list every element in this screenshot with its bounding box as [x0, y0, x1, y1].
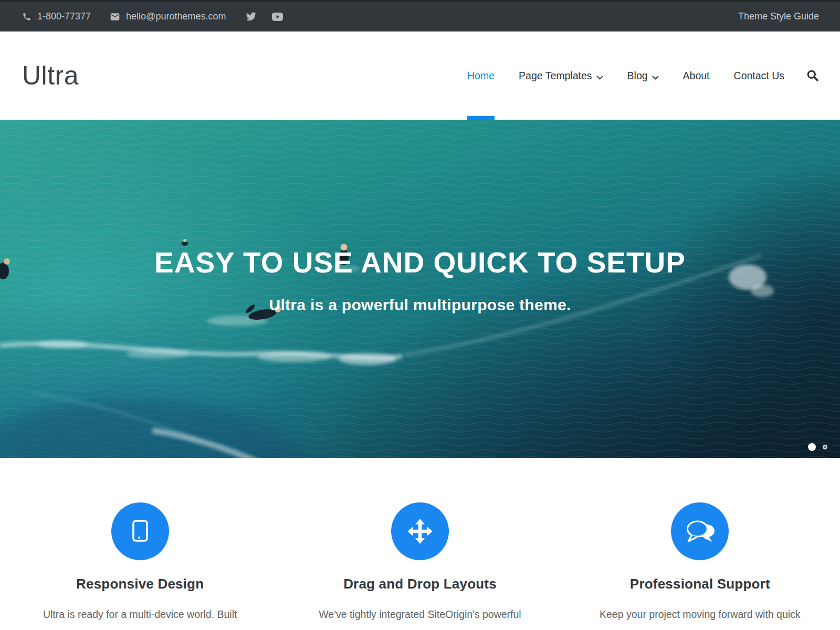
- move-arrows-icon: [391, 502, 449, 560]
- search-icon[interactable]: [806, 32, 819, 120]
- topbar-style-guide-link[interactable]: Theme Style Guide: [738, 11, 819, 22]
- carousel-dots: [808, 443, 827, 451]
- feature-title: Responsive Design: [0, 576, 280, 592]
- chevron-down-icon: [596, 71, 603, 83]
- hero-banner: EASY TO USE AND QUICK TO SETUP Ultra is …: [0, 120, 840, 458]
- topbar: 1-800-77377 hello@purothemes.com Theme S…: [0, 0, 840, 32]
- feature-responsive-design: Responsive Design Ultra is ready for a m…: [0, 502, 280, 622]
- nav-item-blog[interactable]: Blog: [627, 32, 659, 120]
- site-logo[interactable]: Ultra: [22, 60, 79, 91]
- hero-title: EASY TO USE AND QUICK TO SETUP: [0, 246, 840, 279]
- tablet-icon: [111, 502, 169, 560]
- nav-item-page-templates[interactable]: Page Templates: [519, 32, 603, 120]
- topbar-email-address[interactable]: hello@purothemes.com: [126, 11, 226, 22]
- nav-item-home[interactable]: Home: [467, 32, 495, 120]
- feature-text: Ultra is ready for a multi-device world.…: [17, 606, 264, 622]
- topbar-phone-link[interactable]: 1-800-77377: [22, 11, 91, 22]
- feature-drag-drop: Drag and Drop Layouts We've tightly inte…: [280, 502, 560, 622]
- feature-support: Professional Support Keep your project m…: [560, 502, 840, 622]
- carousel-dot-active[interactable]: [808, 443, 816, 451]
- nav-item-about[interactable]: About: [683, 32, 710, 120]
- youtube-icon[interactable]: [271, 12, 284, 22]
- carousel-dot-inactive[interactable]: [823, 445, 827, 449]
- twitter-icon[interactable]: [246, 11, 257, 22]
- feature-text: Keep your project moving forward with qu…: [576, 606, 823, 622]
- features-section: Responsive Design Ultra is ready for a m…: [0, 458, 840, 622]
- envelope-icon: [110, 12, 120, 22]
- main-nav: Home Page Templates Blog About Contact U…: [443, 32, 819, 120]
- nav-item-contact-us[interactable]: Contact Us: [734, 32, 784, 120]
- chevron-down-icon: [652, 71, 659, 83]
- chat-bubbles-icon: [671, 502, 729, 560]
- feature-text: We've tightly integrated SiteOrigin's po…: [297, 606, 543, 622]
- hero-ocean-image: [0, 120, 840, 458]
- topbar-email-link[interactable]: hello@purothemes.com: [110, 11, 226, 22]
- hero-subtitle: Ultra is a powerful multipurpose theme.: [0, 296, 840, 314]
- feature-title: Drag and Drop Layouts: [280, 576, 560, 592]
- phone-icon: [22, 12, 32, 22]
- site-header: Ultra Home Page Templates Blog About: [0, 32, 840, 120]
- topbar-phone-number[interactable]: 1-800-77377: [37, 11, 91, 22]
- feature-title: Professional Support: [560, 576, 840, 592]
